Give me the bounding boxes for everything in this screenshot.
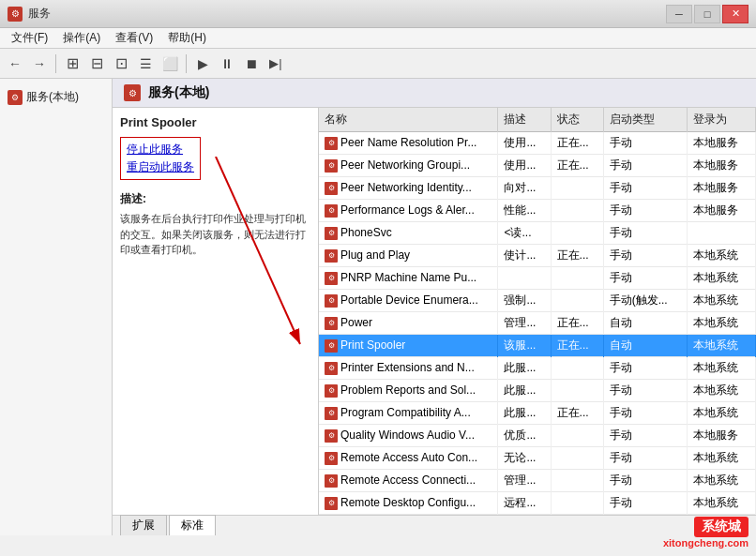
- cell-name: ⚙Printer Extensions and N...: [319, 357, 498, 380]
- col-desc[interactable]: 描述: [498, 108, 551, 132]
- cell-startup: 手动: [603, 177, 688, 200]
- table-row[interactable]: ⚙Plug and Play使计...正在...手动本地系统: [319, 245, 756, 267]
- cell-name: ⚙Remote Access Connecti...: [319, 470, 498, 492]
- cell-name: ⚙Quality Windows Audio V...: [319, 425, 498, 447]
- description-text: 该服务在后台执行打印作业处理与打印机的交互。如果关闭该服务，则无法进行打印或查看…: [120, 211, 310, 258]
- table-row[interactable]: ⚙PNRP Machine Name Pu...手动本地系统: [319, 267, 756, 290]
- cell-logon: 本地系统: [688, 380, 756, 402]
- left-panel: Print Spooler 停止此服务 重启动此服务 描述:: [113, 108, 319, 515]
- menu-view[interactable]: 查看(V): [108, 28, 160, 48]
- bottom-tabs: 扩展 标准: [113, 515, 756, 535]
- table-row[interactable]: ⚙Remote Access Connecti...管理...手动本地系统: [319, 470, 756, 492]
- app-icon: ⚙: [8, 7, 23, 22]
- sidebar-item-local-services[interactable]: ⚙ 服务(本地): [4, 86, 108, 108]
- sidebar: ⚙ 服务(本地): [0, 79, 113, 535]
- content-area: ⚙ 服务(本地) Print Spooler 停止此服务 重启动此服务: [113, 79, 756, 535]
- restart-service-link[interactable]: 重启动此服务: [127, 159, 194, 175]
- tab-expand[interactable]: 扩展: [120, 515, 167, 535]
- cell-status: [551, 492, 603, 515]
- cell-status: [551, 177, 603, 200]
- main-container: ⚙ 服务(本地) ⚙ 服务(本地) Print Spooler 停止此服务 重启…: [0, 79, 756, 535]
- cell-startup: 手动: [603, 132, 688, 155]
- table-row[interactable]: ⚙Peer Networking Groupi...使用...正在...手动本地…: [319, 155, 756, 177]
- stop-service-link[interactable]: 停止此服务: [127, 142, 194, 158]
- menu-help[interactable]: 帮助(H): [160, 28, 214, 48]
- table-row[interactable]: ⚙Problem Reports and Sol...此服...手动本地系统: [319, 380, 756, 402]
- table-row[interactable]: ⚙Power管理...正在...自动本地系统: [319, 312, 756, 335]
- table-row[interactable]: ⚙Program Compatibility A...此服...正在...手动本…: [319, 402, 756, 425]
- table-row[interactable]: ⚙PhoneSvc<读...手动: [319, 222, 756, 245]
- right-panel: 名称 描述 状态 启动类型 登录为 ⚙Peer Name Resolution …: [319, 108, 756, 515]
- cell-name: ⚙Peer Networking Identity...: [319, 177, 498, 200]
- table-row[interactable]: ⚙Remote Desktop Configu...远程...手动本地系统: [319, 492, 756, 515]
- table-row[interactable]: ⚙Quality Windows Audio V...优质...手动本地服务: [319, 425, 756, 447]
- cell-logon: 本地系统: [688, 492, 756, 515]
- restart-button[interactable]: ▶|: [265, 53, 287, 75]
- table-row[interactable]: ⚙Portable Device Enumera...强制...手动(触发...…: [319, 290, 756, 312]
- tab-standard[interactable]: 标准: [169, 515, 216, 535]
- toolbar-btn-2[interactable]: ⊟: [85, 53, 108, 75]
- minimize-button[interactable]: ─: [666, 5, 692, 23]
- cell-status: [551, 222, 603, 245]
- table-row[interactable]: ⚙Peer Name Resolution Pr...使用...正在...手动本…: [319, 132, 756, 155]
- cell-logon: 本地系统: [688, 267, 756, 290]
- col-status[interactable]: 状态: [551, 108, 603, 132]
- close-button[interactable]: ✕: [722, 5, 748, 23]
- table-row[interactable]: ⚙Performance Logs & Aler...性能...手动本地服务: [319, 200, 756, 222]
- cell-desc: 该服...: [498, 335, 551, 357]
- table-row[interactable]: ⚙Printer Extensions and N...此服...手动本地系统: [319, 357, 756, 380]
- cell-startup: 自动: [603, 335, 688, 357]
- cell-name: ⚙Print Spooler: [319, 335, 498, 357]
- row-service-icon: ⚙: [325, 497, 338, 510]
- cell-startup: 自动: [603, 312, 688, 335]
- cell-logon: 本地系统: [688, 290, 756, 312]
- cell-name: ⚙Peer Networking Groupi...: [319, 155, 498, 177]
- menu-action[interactable]: 操作(A): [55, 28, 108, 48]
- cell-status: [551, 425, 603, 447]
- forward-button[interactable]: →: [28, 53, 51, 75]
- service-table: 名称 描述 状态 启动类型 登录为 ⚙Peer Name Resolution …: [319, 108, 756, 515]
- toolbar-sep-1: [55, 54, 56, 73]
- cell-desc: 此服...: [498, 380, 551, 402]
- cell-logon: 本地服务: [688, 132, 756, 155]
- service-table-wrapper[interactable]: 名称 描述 状态 启动类型 登录为 ⚙Peer Name Resolution …: [319, 108, 756, 515]
- cell-status: [551, 470, 603, 492]
- toolbar-btn-1[interactable]: ⊞: [61, 53, 83, 75]
- cell-startup: 手动: [603, 222, 688, 245]
- toolbar-btn-5[interactable]: ⬜: [159, 53, 181, 75]
- title-bar: ⚙ 服务 ─ □ ✕: [0, 0, 756, 28]
- cell-desc: 使计...: [498, 245, 551, 267]
- cell-logon: 本地系统: [688, 357, 756, 380]
- cell-startup: 手动: [603, 200, 688, 222]
- title-bar-left: ⚙ 服务: [8, 6, 51, 22]
- table-row[interactable]: ⚙Remote Access Auto Con...无论...手动本地系统: [319, 447, 756, 470]
- maximize-button[interactable]: □: [694, 5, 720, 23]
- menu-file[interactable]: 文件(F): [4, 28, 55, 48]
- col-startup[interactable]: 启动类型: [603, 108, 688, 132]
- cell-logon: 本地服务: [688, 425, 756, 447]
- cell-status: [551, 380, 603, 402]
- row-service-icon: ⚙: [325, 452, 338, 465]
- row-service-icon: ⚙: [325, 384, 338, 398]
- toolbar-btn-3[interactable]: ⊡: [110, 53, 132, 75]
- cell-name: ⚙PNRP Machine Name Pu...: [319, 267, 498, 290]
- col-logon[interactable]: 登录为: [688, 108, 756, 132]
- cell-startup: 手动(触发...: [603, 290, 688, 312]
- play-button[interactable]: ▶: [191, 53, 214, 75]
- cell-logon: 本地系统: [688, 470, 756, 492]
- content-header-title: 服务(本地): [148, 84, 209, 101]
- pause-button[interactable]: ⏸: [216, 53, 238, 75]
- col-name[interactable]: 名称: [319, 108, 498, 132]
- table-row[interactable]: ⚙Peer Networking Identity...向对...手动本地服务: [319, 177, 756, 200]
- table-header-row: 名称 描述 状态 启动类型 登录为: [319, 108, 756, 132]
- row-service-icon: ⚙: [325, 339, 338, 353]
- row-service-icon: ⚙: [325, 227, 338, 240]
- toolbar-btn-4[interactable]: ☰: [134, 53, 157, 75]
- back-button[interactable]: ←: [4, 53, 26, 75]
- toolbar: ← → ⊞ ⊟ ⊡ ☰ ⬜ ▶ ⏸ ⏹ ▶|: [0, 49, 756, 79]
- cell-status: [551, 290, 603, 312]
- stop-button[interactable]: ⏹: [240, 53, 263, 75]
- cell-desc: 性能...: [498, 200, 551, 222]
- table-row[interactable]: ⚙Print Spooler该服...正在...自动本地系统: [319, 335, 756, 357]
- cell-name: ⚙Power: [319, 312, 498, 335]
